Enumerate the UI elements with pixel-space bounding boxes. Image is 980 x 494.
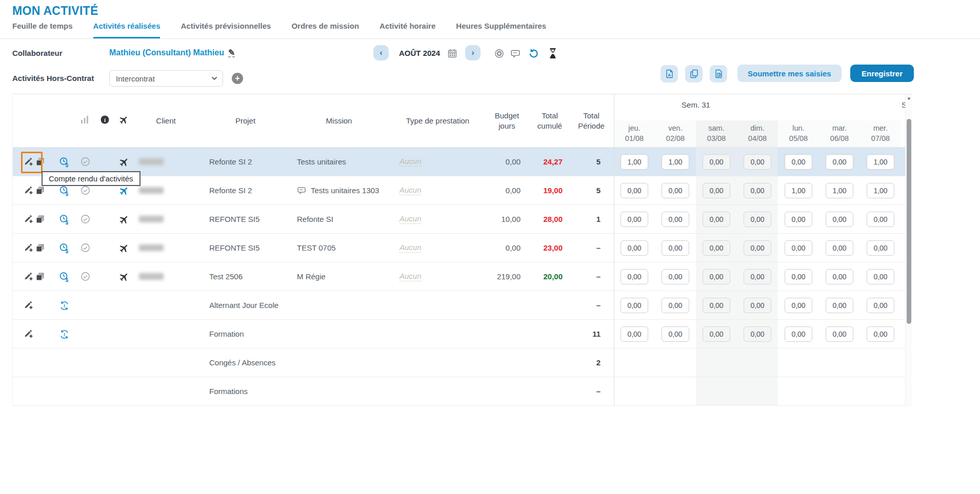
day-input-06-08[interactable] — [826, 298, 853, 313]
tab-activit-s-pr-visionnelles[interactable]: Activités prévisionnelles — [181, 22, 271, 38]
day-input-04-08[interactable] — [744, 154, 771, 170]
day-input-05-08[interactable] — [785, 154, 812, 170]
day-input-01-08[interactable] — [621, 240, 648, 256]
day-input-02-08[interactable] — [662, 240, 689, 256]
day-input-02-08[interactable] — [662, 154, 689, 170]
comment-icon[interactable] — [510, 49, 522, 60]
day-input-04-08[interactable] — [744, 298, 771, 313]
day-input-04-08[interactable] — [744, 240, 771, 256]
day-input-04-08[interactable] — [744, 183, 771, 198]
day-input-05-08[interactable] — [785, 269, 812, 284]
type-prestation-value[interactable]: Aucun — [399, 272, 422, 281]
day-input-06-08[interactable] — [826, 212, 853, 227]
pen-add-icon[interactable] — [24, 272, 34, 282]
tab-feuille-de-temps[interactable]: Feuille de temps — [12, 22, 73, 38]
pdf-export-button[interactable]: A — [661, 65, 678, 83]
day-input-01-08[interactable] — [621, 154, 648, 170]
day-input-02-08[interactable] — [662, 326, 689, 342]
submit-entries-button[interactable]: Soumettre mes saisies — [737, 65, 842, 82]
day-input-02-08[interactable] — [662, 269, 689, 284]
day-input-01-08[interactable] — [621, 269, 648, 284]
check-circle-icon[interactable] — [81, 214, 91, 224]
day-input-07-08[interactable] — [867, 269, 894, 284]
sync-alert-icon[interactable]: ! — [59, 300, 69, 311]
day-input-01-08[interactable] — [621, 183, 648, 198]
day-input-03-08[interactable] — [703, 269, 730, 284]
pen-add-icon[interactable] — [24, 214, 34, 224]
day-input-03-08[interactable] — [703, 298, 730, 313]
check-circle-icon[interactable] — [81, 243, 91, 253]
day-input-02-08[interactable] — [662, 212, 689, 227]
clock-billing-icon[interactable]: $ — [59, 243, 69, 253]
type-prestation-value[interactable]: Aucun — [399, 243, 422, 253]
tab-activit-s-r-alis-es[interactable]: Activités réalisées — [93, 22, 161, 38]
excel-export-button[interactable]: x — [710, 65, 727, 83]
day-input-06-08[interactable] — [826, 240, 853, 256]
day-input-05-08[interactable] — [785, 212, 812, 227]
clock-billing-icon[interactable]: $ — [59, 186, 69, 196]
day-input-01-08[interactable] — [621, 298, 648, 313]
day-input-06-08[interactable] — [826, 183, 853, 198]
copy-icon[interactable] — [35, 272, 46, 282]
plane-dark-icon[interactable] — [118, 214, 129, 224]
tab-heures-suppl-mentaires[interactable]: Heures Supplémentaires — [456, 22, 546, 38]
scrollbar-thumb[interactable] — [907, 119, 911, 324]
copy-icon[interactable] — [35, 243, 46, 253]
clock-billing-icon[interactable]: $ — [59, 214, 69, 224]
tab-ordres-de-mission[interactable]: Ordres de mission — [291, 22, 359, 38]
day-input-07-08[interactable] — [867, 183, 894, 198]
pen-add-icon[interactable] — [24, 300, 34, 311]
day-input-03-08[interactable] — [703, 240, 730, 256]
check-circle-icon[interactable] — [81, 272, 91, 282]
calendar-icon[interactable] — [447, 48, 458, 59]
tab-activit-horaire[interactable]: Activité horaire — [379, 22, 435, 38]
check-circle-icon[interactable] — [81, 157, 91, 167]
day-input-03-08[interactable] — [703, 154, 730, 170]
day-input-04-08[interactable] — [744, 212, 771, 227]
day-input-07-08[interactable] — [867, 240, 894, 256]
plane-blue-icon[interactable] — [118, 186, 129, 196]
day-input-06-08[interactable] — [826, 269, 853, 284]
clock-billing-icon[interactable]: $ — [59, 272, 69, 282]
day-input-07-08[interactable] — [867, 212, 894, 227]
day-input-05-08[interactable] — [785, 298, 812, 313]
day-input-01-08[interactable] — [621, 212, 648, 227]
day-input-02-08[interactable] — [662, 298, 689, 313]
history-icon[interactable] — [528, 48, 539, 59]
day-input-05-08[interactable] — [785, 240, 812, 256]
prev-month-button[interactable]: ‹ — [373, 45, 389, 60]
type-prestation-value[interactable]: Aucun — [399, 214, 422, 224]
save-button[interactable]: Enregistrer — [850, 65, 914, 82]
plane-dark-icon[interactable] — [118, 243, 129, 253]
hourglass-icon[interactable] — [548, 48, 559, 59]
vertical-scrollbar[interactable]: ▲ — [905, 94, 912, 406]
day-input-01-08[interactable] — [621, 326, 648, 342]
plane-dark-icon[interactable] — [118, 272, 129, 282]
day-input-03-08[interactable] — [703, 183, 730, 198]
check-circle-icon[interactable] — [81, 186, 91, 196]
clock-billing-icon[interactable]: $ — [59, 157, 69, 167]
day-input-07-08[interactable] — [867, 154, 894, 170]
comment-icon[interactable] — [297, 186, 306, 195]
copy-export-button[interactable] — [685, 65, 703, 83]
info-icon[interactable]: i — [100, 115, 110, 127]
copy-icon[interactable] — [35, 214, 46, 224]
day-input-04-08[interactable] — [744, 269, 771, 284]
add-hors-contrat-button[interactable]: + — [232, 73, 243, 84]
pen-add-icon[interactable] — [24, 329, 34, 339]
type-prestation-value[interactable]: Aucun — [399, 186, 422, 195]
day-input-02-08[interactable] — [662, 183, 689, 198]
edit-pencil-icon[interactable]: ✎ — [228, 49, 235, 57]
next-month-button[interactable]: › — [465, 45, 481, 60]
pen-add-icon[interactable] — [24, 243, 34, 253]
day-input-03-08[interactable] — [703, 326, 730, 342]
scrollbar-up-arrow[interactable]: ▲ — [906, 95, 912, 100]
day-input-05-08[interactable] — [785, 183, 812, 198]
type-prestation-value[interactable]: Aucun — [399, 157, 422, 167]
day-input-06-08[interactable] — [826, 326, 853, 342]
day-input-05-08[interactable] — [785, 326, 812, 342]
target-icon[interactable] — [494, 48, 505, 59]
day-input-03-08[interactable] — [703, 212, 730, 227]
sync-alert-icon[interactable]: ! — [59, 329, 69, 339]
day-input-06-08[interactable] — [826, 154, 853, 170]
